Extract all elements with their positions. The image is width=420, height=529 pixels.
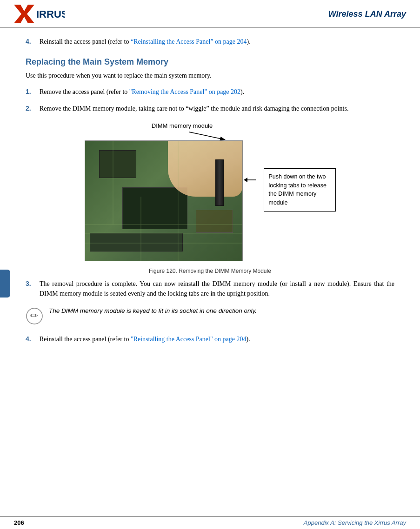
step-3: 3. The removal procedure is complete. Yo… (26, 279, 394, 299)
svg-text:✏: ✏ (30, 311, 38, 321)
step-2-text: Remove the DIMM memory module, taking ca… (40, 104, 394, 114)
image-with-callout: Push down on the two locking tabs to rel… (85, 140, 336, 261)
step-1-number: 1. (26, 87, 40, 97)
step-3-text: The removal procedure is complete. You c… (40, 279, 394, 299)
figure-caption: Figure 120. Removing the DIMM Memory Mod… (149, 268, 271, 274)
section-intro: Use this procedure when you want to repl… (26, 71, 394, 81)
main-content: 4. Reinstall the access panel (refer to … (0, 27, 420, 360)
step-2: 2. Remove the DIMM memory module, taking… (26, 104, 394, 114)
step-top-link[interactable]: “Reinstalling the Access Panel” on page … (131, 38, 247, 45)
svg-line-2 (189, 132, 224, 139)
side-tab (0, 270, 10, 298)
footer-appendix: Appendix A: Servicing the Xirrus Array (304, 519, 406, 526)
callout-box: Push down on the two locking tabs to rel… (264, 168, 336, 212)
step-top: 4. Reinstall the access panel (refer to … (26, 37, 394, 47)
page-header: IRRUS Wireless LAN Array (0, 0, 420, 27)
step-top-number: 4. (26, 37, 40, 47)
footer-page-number: 206 (14, 519, 24, 526)
step-4-bottom-link[interactable]: "Reinstalling the Access Panel" on page … (131, 336, 247, 343)
header-title: Wireless LAN Array (328, 9, 406, 19)
step-top-text: Reinstall the access panel (refer to “Re… (40, 37, 394, 47)
circuit-lines (85, 141, 243, 261)
step-1-text: Remove the access panel (refer to "Remov… (40, 87, 394, 97)
circuit-board-image (85, 140, 243, 261)
svg-marker-10 (244, 178, 247, 182)
note-icon: ✏ (26, 307, 44, 327)
step-1-link[interactable]: "Removing the Access Panel" on page 202 (129, 88, 240, 95)
step-2-number: 2. (26, 104, 40, 114)
callout-arrow (243, 173, 257, 187)
note-area: ✏ The DIMM memory module is keyed to fit… (26, 305, 394, 328)
note-text: The DIMM memory module is keyed to fit i… (49, 306, 257, 316)
dimm-label: DIMM memory module (152, 122, 213, 129)
svg-text:IRRUS: IRRUS (36, 8, 65, 20)
page-footer: 206 Appendix A: Servicing the Xirrus Arr… (0, 516, 420, 529)
step-3-number: 3. (26, 279, 40, 299)
figure-container: DIMM memory module (26, 122, 394, 274)
logo: IRRUS (14, 5, 65, 23)
step-1: 1. Remove the access panel (refer to "Re… (26, 87, 394, 97)
step-4-bottom-text: Reinstall the access panel (refer to "Re… (40, 334, 394, 344)
dimm-arrow-svg (75, 131, 317, 140)
step-4-bottom-number: 4. (26, 334, 40, 344)
xirrus-logo: IRRUS (14, 5, 65, 23)
svg-marker-0 (14, 5, 34, 23)
step-4-bottom: 4. Reinstall the access panel (refer to … (26, 334, 394, 344)
section-heading: Replacing the Main System Memory (26, 57, 394, 67)
